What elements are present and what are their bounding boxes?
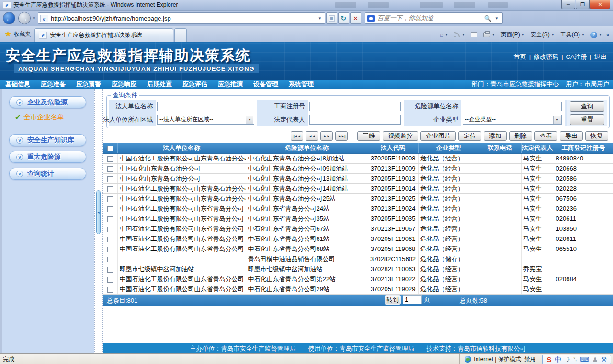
legal-rep-input[interactable] [309, 115, 401, 125]
page-menu[interactable]: 页面(P)▼ [499, 30, 526, 40]
menu-item[interactable]: 后期处置 [142, 80, 177, 89]
row-checkbox[interactable] [107, 237, 113, 242]
row-checkbox[interactable] [107, 176, 113, 182]
back-button[interactable]: ← [3, 12, 15, 24]
print-button[interactable]: ▼ [482, 31, 497, 38]
goto-page-button[interactable]: 转到 [385, 295, 401, 305]
address-field[interactable]: e http://localhost:90/yjzh/frame/homepag… [38, 12, 325, 24]
mail-button[interactable] [469, 31, 479, 38]
favorites-button[interactable]: ★ 收藏夹 [5, 28, 31, 40]
row-checkbox[interactable] [107, 156, 113, 162]
toolbar-button[interactable]: 导出 [560, 131, 583, 141]
close-button[interactable]: ✕ [590, 0, 610, 9]
toolbar-button[interactable]: 查看 [534, 131, 557, 141]
toolbar-button[interactable]: 企业图片 [420, 131, 456, 141]
banner-link[interactable]: 修改密码 [528, 53, 560, 61]
banner-link[interactable]: 退出 [589, 53, 608, 61]
punctuation-icon[interactable]: °, [573, 357, 577, 362]
forward-button[interactable]: → [18, 12, 31, 24]
sidebar-button-knowledge-base[interactable]: v 安全生产知识库 [9, 134, 86, 146]
row-checkbox[interactable] [107, 247, 113, 252]
maximize-button[interactable]: ❐ [576, 0, 590, 9]
column-header[interactable]: 联系电话 [479, 143, 521, 153]
stop-button[interactable]: ✕ [350, 12, 361, 24]
row-checkbox[interactable] [107, 267, 113, 273]
toolbar-button[interactable]: 删除 [509, 131, 532, 141]
search-dropdown-icon[interactable]: ▼ [495, 16, 499, 21]
search-box[interactable]: 百度一下，你就知道 🔍 ▼ [365, 12, 503, 24]
search-button[interactable]: 查询 [570, 101, 604, 112]
row-checkbox[interactable] [107, 186, 113, 192]
row-checkbox[interactable] [107, 287, 113, 293]
menu-item[interactable]: 应急准备 [35, 80, 71, 89]
select-all-checkbox[interactable] [107, 146, 113, 151]
column-header[interactable]: 危险源单位名称 [246, 143, 368, 153]
ent-type-select[interactable]: --企业类型--▼ [463, 115, 562, 125]
reg-no-input[interactable] [309, 102, 401, 111]
legal-name-input[interactable] [157, 102, 254, 111]
safety-menu[interactable]: 安全(S)▼ [529, 30, 556, 40]
menu-item[interactable]: 应急推演 [213, 80, 248, 89]
toolbar-button[interactable]: 添加 [484, 131, 507, 141]
toolbar-button[interactable]: 三维 [357, 131, 380, 141]
region-select[interactable]: --法人单位所在区域--▼ [157, 115, 254, 125]
fullwidth-moon-icon[interactable]: ☽ [564, 356, 570, 363]
help-button[interactable]: ?▼ [589, 31, 603, 39]
toolbar-button[interactable]: 视频监控 [383, 131, 418, 141]
next-page-button[interactable]: ►► [320, 131, 333, 141]
menu-item[interactable]: 应急评估 [177, 80, 213, 89]
browser-tab[interactable]: e 安全生产应急救援指挥辅助决策系统 [34, 28, 173, 42]
menu-item[interactable]: 基础信息 [0, 80, 35, 89]
cell-legal-name: 中国石油化工股份有限公司山东省青岛分公司 [117, 244, 246, 254]
tools-menu[interactable]: 工具(O)▼ [559, 30, 586, 40]
menu-item[interactable]: 系统管理 [284, 80, 319, 89]
banner-link[interactable]: 首页 [512, 53, 528, 61]
column-header[interactable]: 企业类型 [418, 143, 479, 153]
history-dropdown-icon[interactable]: ▼ [32, 16, 36, 21]
column-header[interactable]: 工商登记注册号 [554, 143, 613, 153]
prev-page-button[interactable]: ◄◄ [306, 131, 318, 141]
new-tab-stub[interactable] [174, 28, 187, 42]
toolbar-button[interactable]: 恢复 [585, 131, 608, 141]
row-checkbox[interactable] [107, 196, 113, 202]
sidebar-item-city-enterprise-list[interactable]: ✔ 全市企业名单 [15, 113, 94, 122]
feeds-button[interactable]: ▼ [453, 31, 466, 39]
menu-item[interactable]: 应急预警 [71, 80, 106, 89]
url-text[interactable]: http://localhost:90/yjzh/frame/homepage.… [51, 15, 317, 22]
search-icon[interactable]: 🔍 [483, 15, 493, 22]
search-placeholder[interactable]: 百度一下，你就知道 [377, 14, 483, 23]
row-checkbox[interactable] [107, 206, 113, 212]
account-icon[interactable]: ♟ [592, 356, 598, 363]
chinese-mode-icon[interactable]: 中 [555, 356, 561, 363]
toolbar-button[interactable]: 定位 [458, 131, 481, 141]
address-dropdown-icon[interactable]: ▼ [317, 16, 323, 21]
first-page-button[interactable]: |◄◄ [291, 131, 303, 141]
row-checkbox[interactable] [107, 277, 113, 283]
soft-keyboard-icon[interactable]: ⌨ [580, 356, 589, 363]
page-number-input[interactable] [403, 295, 422, 304]
menu-item[interactable]: 应急响应 [106, 80, 142, 89]
banner-link[interactable]: CA注册 [560, 53, 588, 61]
home-button[interactable]: ⌂▼ [438, 30, 450, 39]
row-checkbox[interactable] [107, 216, 113, 222]
refresh-button[interactable]: ↻ [338, 12, 349, 24]
hazard-name-input[interactable] [463, 102, 562, 111]
more-commands-icon[interactable]: » [606, 32, 609, 38]
column-header[interactable]: 法人代码 [368, 143, 418, 153]
menu-item[interactable]: 设备管理 [248, 80, 284, 89]
row-checkbox[interactable] [107, 257, 113, 262]
minimize-button[interactable]: ─ [561, 0, 575, 9]
reset-button[interactable]: 重置 [570, 114, 604, 125]
row-checkbox[interactable] [107, 227, 113, 232]
sidebar-collapse-handle[interactable]: ◄ [96, 190, 101, 234]
column-header[interactable]: 法人单位名称 [117, 143, 246, 153]
sogou-logo-icon[interactable]: S [546, 356, 551, 363]
compatibility-view-button[interactable]: ▦ [326, 12, 337, 24]
sidebar-button-query-statistics[interactable]: v 查询统计 [9, 168, 86, 180]
row-checkbox[interactable] [107, 166, 113, 172]
column-header[interactable]: 法定代表人 [521, 143, 554, 153]
settings-wrench-icon[interactable]: ⚒ [601, 356, 607, 363]
sidebar-button-enterprise-hazard[interactable]: v 企业及危险源 [9, 96, 86, 108]
last-page-button[interactable]: ►►| [335, 131, 348, 141]
sidebar-button-major-hazard[interactable]: v 重大危险源 [9, 151, 86, 163]
